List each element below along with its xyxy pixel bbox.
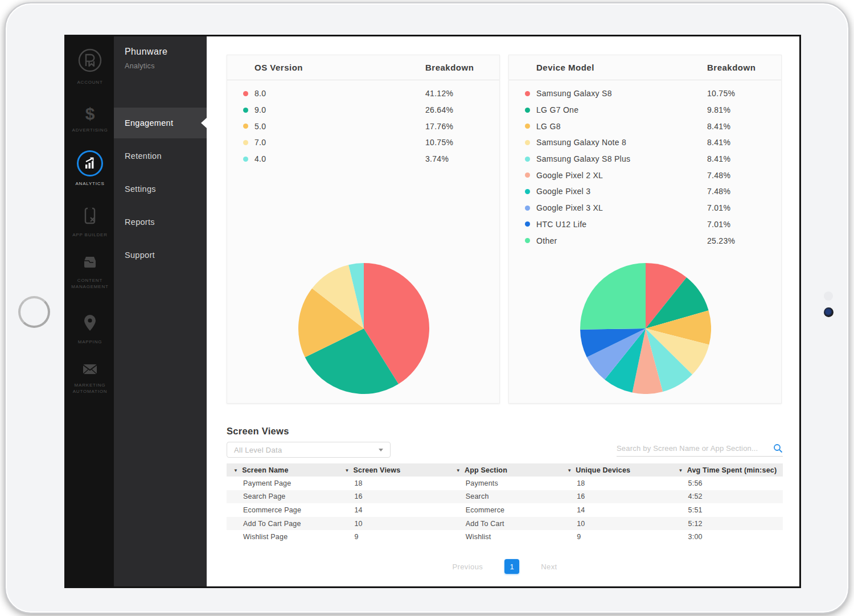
- legend-item: Other 25.23%: [509, 232, 781, 249]
- legend-color-dot: [525, 108, 530, 113]
- table-row: Search Page 16 Search 16 4:52: [227, 490, 783, 504]
- screen-views-title: Screen Views: [227, 426, 289, 437]
- legend-item: Samsung Galaxy S8 Plus 8.41%: [509, 151, 781, 167]
- cell-app-section: Ecommerce: [449, 503, 560, 517]
- sidebar-item-advertising[interactable]: $ ADVERTISING: [66, 105, 114, 133]
- column-header-screen-name[interactable]: ▼Screen Name: [227, 463, 338, 477]
- next-button[interactable]: Next: [541, 562, 557, 571]
- dropdown-value: All Level Data: [234, 446, 379, 454]
- cell-screen-views: 16: [338, 490, 449, 504]
- front-camera: [824, 307, 834, 317]
- breakdown-header: Breakdown: [707, 63, 756, 72]
- column-label: Screen Views: [354, 466, 401, 474]
- sidebar-item-label: ADVERTISING: [68, 127, 112, 133]
- cell-unique-devices: 9: [560, 530, 671, 544]
- search-input[interactable]: [617, 444, 773, 453]
- chevron-down-icon: [379, 449, 383, 451]
- legend-label: LG G7 One: [536, 105, 578, 114]
- cell-app-section: Add To Cart: [449, 517, 560, 531]
- os-version-pie-chart: [298, 263, 429, 394]
- column-header-app-section[interactable]: ▼App Section: [449, 463, 560, 477]
- legend-item: 7.0 10.75%: [227, 134, 499, 151]
- card-header: OS Version Breakdown: [227, 55, 499, 80]
- legend-value: 41.12%: [425, 89, 453, 98]
- pie-slice: [580, 263, 646, 330]
- sidebar-item-marketing-automation[interactable]: MARKETING AUTOMATION: [66, 362, 114, 395]
- cell-screen-views: 18: [338, 477, 449, 490]
- column-header-screen-views[interactable]: ▼Screen Views: [338, 463, 449, 477]
- legend-value: 8.41%: [707, 138, 730, 147]
- app-subtitle: Analytics: [125, 62, 167, 70]
- sidebar-item-mapping[interactable]: MAPPING: [66, 313, 114, 345]
- nav-item-label: Support: [125, 250, 155, 260]
- device-model-pie-chart: [580, 263, 711, 394]
- column-header-unique-devices[interactable]: ▼Unique Devices: [560, 463, 671, 477]
- legend-label: 5.0: [254, 122, 266, 131]
- legend-value: 17.76%: [425, 122, 453, 131]
- legend-value: 8.41%: [707, 122, 730, 131]
- sidebar-item-app-builder[interactable]: APP BUILDER: [66, 206, 114, 238]
- legend-value: 25.23%: [707, 236, 735, 245]
- cell-screen-name: Ecommerce Page: [227, 503, 338, 517]
- main-content: OS Version Breakdown 8.0 41.12% 9.0 26.6…: [207, 36, 799, 586]
- cell-unique-devices: 16: [560, 490, 671, 504]
- legend-label: 8.0: [254, 89, 266, 98]
- column-header-avg-time[interactable]: ▼Avg Time Spent (min:sec): [672, 463, 783, 477]
- sidebar-item-label: ANALYTICS: [68, 180, 112, 187]
- cell-unique-devices: 18: [560, 477, 671, 490]
- table-row: Wishlist Page 9 Wishlist 9 3:00: [227, 530, 783, 544]
- legend-value: 9.81%: [707, 105, 730, 114]
- nav-item-engagement[interactable]: Engagement: [114, 108, 207, 138]
- envelope-icon: [81, 362, 99, 378]
- table-header-row: ▼Screen Name ▼Screen Views ▼App Section …: [227, 463, 783, 477]
- legend-label: 9.0: [254, 105, 266, 114]
- sidebar-item-account[interactable]: ACCOUNT: [66, 48, 114, 85]
- pagination: Previous 1 Next: [227, 559, 783, 574]
- card-header: Device Model Breakdown: [509, 55, 781, 80]
- legend-value: 3.74%: [425, 154, 449, 163]
- page-number-button[interactable]: 1: [504, 559, 519, 574]
- legend-value: 8.41%: [707, 154, 730, 163]
- legend-label: LG G8: [536, 122, 561, 131]
- ambient-sensor: [824, 291, 833, 301]
- legend-value: 7.01%: [707, 203, 730, 212]
- legend-value: 10.75%: [707, 89, 735, 98]
- card-title: Device Model: [536, 63, 594, 72]
- sidebar-item-content-management[interactable]: CONTENT MANAGEMENT: [66, 254, 114, 290]
- sort-icon: ▼: [456, 468, 461, 473]
- legend-value: 7.48%: [707, 171, 730, 180]
- map-pin-icon: [82, 313, 98, 335]
- level-filter-dropdown[interactable]: All Level Data: [227, 442, 391, 458]
- legend-color-dot: [243, 157, 248, 162]
- nav-item-retention[interactable]: Retention: [114, 141, 207, 171]
- legend-label: Samsung Galaxy S8: [536, 89, 612, 98]
- legend-item: Google Pixel 3 XL 7.01%: [509, 200, 781, 216]
- legend-item: 5.0 17.76%: [227, 118, 499, 134]
- legend-color-dot: [525, 206, 530, 211]
- sort-icon: ▼: [679, 468, 683, 473]
- nav-item-support[interactable]: Support: [114, 240, 207, 270]
- device-model-card: Device Model Breakdown Samsung Galaxy S8…: [508, 55, 782, 404]
- legend-color-dot: [525, 157, 530, 162]
- legend-item: LG G7 One 9.81%: [509, 102, 781, 118]
- sort-icon: ▼: [233, 468, 238, 473]
- cell-avg-time: 3:00: [672, 530, 783, 544]
- home-button[interactable]: [18, 296, 50, 328]
- legend-item: LG G8 8.41%: [509, 118, 781, 134]
- search-icon[interactable]: [773, 443, 783, 453]
- nav-item-settings[interactable]: Settings: [114, 174, 207, 204]
- cell-screen-name: Wishlist Page: [227, 530, 338, 544]
- legend-color-dot: [525, 221, 530, 227]
- secondary-nav: Phunware Analytics Engagement Retention …: [114, 36, 207, 586]
- dollar-icon: $: [85, 105, 95, 123]
- nav-item-reports[interactable]: Reports: [114, 207, 207, 237]
- legend-color-dot: [243, 124, 248, 129]
- previous-button[interactable]: Previous: [452, 562, 483, 571]
- cell-screen-views: 14: [338, 503, 449, 517]
- legend-label: Samsung Galaxy S8 Plus: [536, 154, 630, 163]
- app-title: Phunware: [125, 47, 167, 57]
- sidebar-item-analytics[interactable]: ANALYTICS: [66, 150, 114, 187]
- brand-block: Phunware Analytics: [125, 47, 167, 70]
- legend-item: 9.0 26.64%: [227, 102, 499, 118]
- legend-color-dot: [525, 238, 530, 243]
